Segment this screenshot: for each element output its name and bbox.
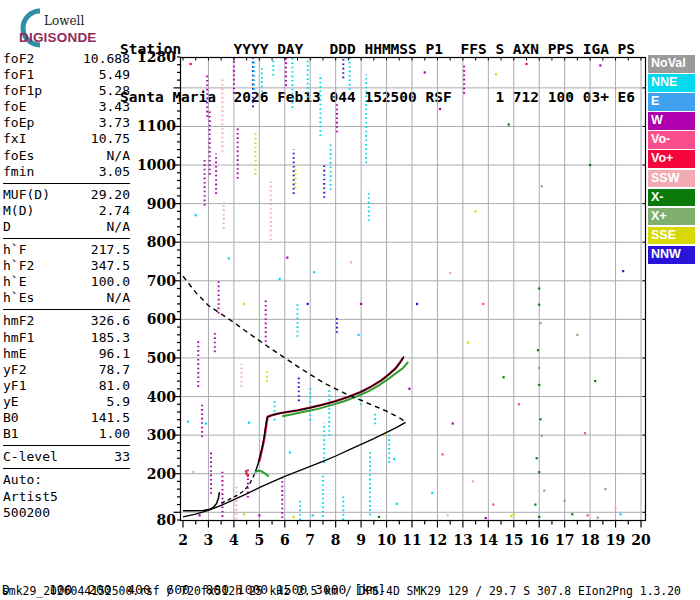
noise-dot xyxy=(571,513,573,515)
x-axis-label: 4 xyxy=(229,532,239,548)
noise-dot xyxy=(510,515,512,517)
noise-dot xyxy=(538,287,540,289)
digisonde-ionogram-app: Lowell DIGISONDE Station YYYY DAY DDD HH… xyxy=(0,0,700,600)
noise-dot xyxy=(452,422,454,424)
noise-dot xyxy=(541,185,543,187)
noise-dot xyxy=(449,272,451,274)
y-axis-label: 80 xyxy=(157,512,177,528)
x-axis-label: 19 xyxy=(606,532,625,548)
noise-dot xyxy=(475,210,477,212)
noise-dot xyxy=(393,458,395,460)
noise-dot xyxy=(205,422,207,424)
x-axis-label: 2 xyxy=(178,532,188,548)
y-axis-label: 600 xyxy=(147,311,176,327)
noise-dot xyxy=(307,303,309,305)
noise-dot xyxy=(243,303,245,305)
y-axis-label: 700 xyxy=(147,273,176,289)
y-axis-label: 1100 xyxy=(137,118,176,134)
noise-dot xyxy=(503,376,505,378)
x-axis-label: 5 xyxy=(254,532,264,548)
noise-dot xyxy=(597,517,599,519)
legend-item-w: W xyxy=(648,112,695,130)
legend-item-vo: Vo+ xyxy=(648,150,695,168)
noise-dot xyxy=(538,304,540,306)
ionogram-plot: 2345678910111213141516171819208020030040… xyxy=(0,0,700,600)
legend-item-e: E xyxy=(648,93,695,111)
o-mode-dot xyxy=(247,474,249,476)
noise-dot xyxy=(518,403,520,405)
direction-color-legend: NoValNNEEWVo-Vo+SSWX-X+SSENNW xyxy=(648,55,695,265)
noise-dot xyxy=(279,278,281,280)
y-axis-label: 200 xyxy=(147,466,176,482)
noise-dot xyxy=(286,257,288,259)
noise-dot xyxy=(508,123,510,125)
noise-dot xyxy=(190,63,192,65)
y-axis-label: 1000 xyxy=(137,157,176,173)
file-info-footer: smk29_2026044152500.rsf / 720fx512h 25 k… xyxy=(2,584,681,598)
noise-dot xyxy=(293,516,295,518)
noise-dot xyxy=(313,271,315,273)
noise-dot xyxy=(576,334,578,336)
noise-dot xyxy=(492,503,494,505)
noise-dot xyxy=(439,108,441,110)
transmission-curve-dashed xyxy=(183,276,406,422)
noise-dot xyxy=(248,422,250,424)
x-axis-label: 15 xyxy=(504,532,523,548)
noise-dot xyxy=(357,334,359,336)
noise-dot xyxy=(538,516,540,518)
y-axis-label: 900 xyxy=(147,196,176,212)
y-axis-label: 800 xyxy=(147,234,176,250)
x-axis-label: 14 xyxy=(479,532,499,548)
noise-dot xyxy=(187,421,189,423)
noise-dot xyxy=(467,341,469,343)
x-axis-label: 6 xyxy=(280,532,290,548)
x-axis-label: 18 xyxy=(580,532,599,548)
legend-item-sse: SSE xyxy=(648,227,695,245)
noise-dot xyxy=(258,514,260,516)
noise-dot xyxy=(431,492,433,494)
noise-dot xyxy=(243,513,245,515)
noise-dot xyxy=(586,514,588,516)
noise-dot xyxy=(441,453,443,455)
noise-dot xyxy=(447,514,449,516)
x-axis-label: 12 xyxy=(428,532,447,548)
noise-dot xyxy=(534,503,536,505)
noise-dot xyxy=(198,514,200,516)
noise-dot xyxy=(513,513,515,515)
x-axis-label: 20 xyxy=(631,532,651,548)
legend-item-vo: Vo- xyxy=(648,131,695,149)
noise-dot xyxy=(599,64,601,66)
noise-dot xyxy=(228,257,230,259)
noise-dot xyxy=(614,507,616,509)
noise-dot xyxy=(584,432,586,434)
noise-dot xyxy=(525,63,527,65)
x-axis-label: 10 xyxy=(377,532,397,548)
noise-dot xyxy=(538,367,540,369)
noise-dot xyxy=(378,516,380,518)
x-axis-label: 3 xyxy=(204,532,214,548)
x-mode-trace xyxy=(282,362,408,416)
noise-dot xyxy=(416,303,418,305)
noise-dot xyxy=(543,490,545,492)
noise-dot xyxy=(360,303,362,305)
noise-dot xyxy=(472,480,474,482)
o-mode-trace xyxy=(259,358,403,462)
noise-dot xyxy=(312,514,314,516)
noise-dot xyxy=(541,435,543,437)
noise-dot xyxy=(350,261,352,263)
y-axis-label: 400 xyxy=(147,389,176,405)
noise-dot xyxy=(539,322,541,324)
noise-dot xyxy=(408,388,410,390)
noise-dot xyxy=(536,457,538,459)
x-axis-label: 13 xyxy=(453,532,472,548)
noise-dot xyxy=(195,214,197,216)
noise-dot xyxy=(482,303,484,305)
noise-dot xyxy=(594,380,596,382)
noise-dot xyxy=(622,270,624,272)
legend-item-nne: NNE xyxy=(648,74,695,92)
y-axis-label: 500 xyxy=(147,350,176,366)
noise-dot xyxy=(424,71,426,73)
x-axis-label: 9 xyxy=(356,532,366,548)
legend-item-noval: NoVal xyxy=(648,55,695,73)
noise-dot xyxy=(485,517,487,519)
